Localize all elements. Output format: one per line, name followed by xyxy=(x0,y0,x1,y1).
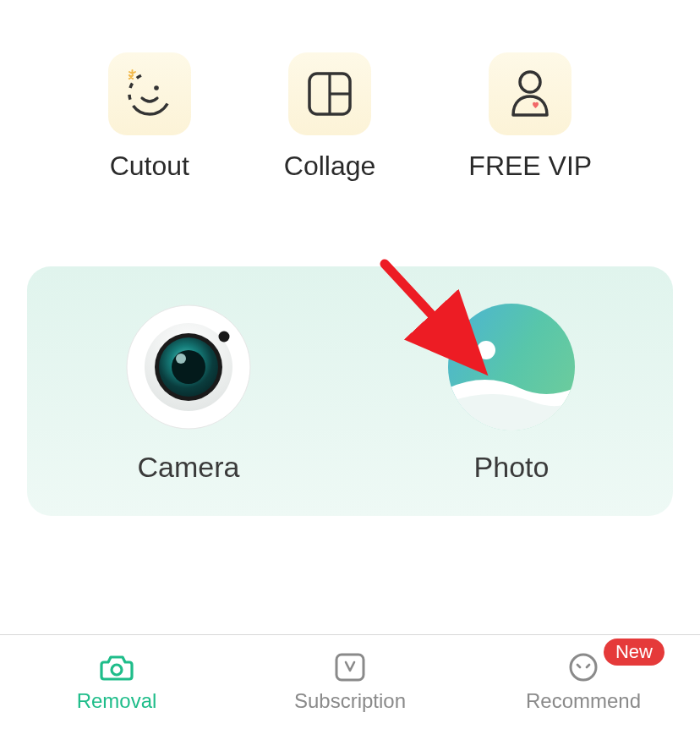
cutout-icon xyxy=(108,52,191,135)
feature-label: Cutout xyxy=(110,151,189,182)
svg-point-0 xyxy=(129,74,170,114)
svg-point-5 xyxy=(520,72,540,92)
action-photo[interactable]: Photo xyxy=(350,304,673,484)
feature-collage[interactable]: Collage xyxy=(284,52,376,182)
bottom-nav: Removal Subscription New Recommend xyxy=(0,634,700,729)
svg-point-18 xyxy=(112,665,122,675)
nav-label: Subscription xyxy=(294,689,406,713)
nav-label: Removal xyxy=(77,689,157,713)
nav-removal[interactable]: Removal xyxy=(0,635,233,729)
camera-nav-icon xyxy=(100,652,134,682)
subscription-nav-icon xyxy=(334,652,366,682)
svg-point-1 xyxy=(154,85,159,90)
feature-cutout[interactable]: Cutout xyxy=(108,52,191,182)
svg-point-12 xyxy=(176,354,186,364)
action-camera[interactable]: Camera xyxy=(27,304,350,484)
svg-point-16 xyxy=(477,341,495,359)
svg-point-13 xyxy=(219,332,230,343)
svg-rect-19 xyxy=(336,655,364,680)
svg-point-20 xyxy=(571,655,596,680)
feature-label: Collage xyxy=(284,151,376,182)
feature-free-vip[interactable]: FREE VIP xyxy=(468,52,592,182)
action-label: Camera xyxy=(138,451,240,484)
feature-label: FREE VIP xyxy=(468,151,592,182)
collage-icon xyxy=(288,52,371,135)
vip-person-icon xyxy=(489,52,571,135)
new-badge: New xyxy=(604,639,664,666)
nav-label: Recommend xyxy=(526,689,641,713)
recommend-nav-icon xyxy=(567,652,599,682)
feature-row: Cutout Collage FREE VIP xyxy=(0,0,700,182)
svg-point-11 xyxy=(172,350,205,384)
action-label: Photo xyxy=(474,451,550,484)
photo-icon xyxy=(448,304,575,430)
action-card: Camera xyxy=(27,266,673,516)
nav-subscription[interactable]: Subscription xyxy=(233,635,467,729)
nav-recommend[interactable]: New Recommend xyxy=(467,635,700,729)
camera-icon xyxy=(125,304,252,430)
